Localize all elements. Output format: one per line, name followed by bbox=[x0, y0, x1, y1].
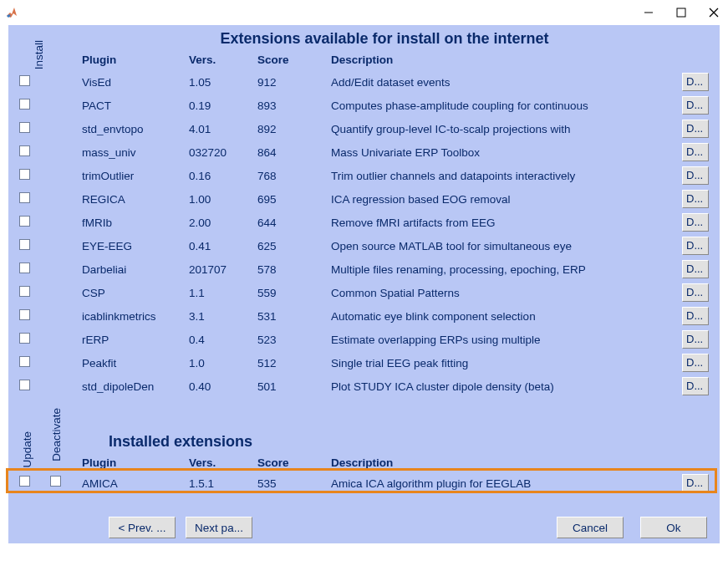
maximize-button[interactable] bbox=[675, 7, 687, 18]
details-button[interactable]: D... bbox=[682, 190, 709, 208]
ok-button[interactable]: Ok bbox=[640, 517, 707, 538]
install-checkbox[interactable] bbox=[19, 239, 30, 250]
install-checkbox[interactable] bbox=[19, 356, 30, 367]
prev-button[interactable]: < Prev. ... bbox=[109, 517, 176, 538]
plugin-score: 512 bbox=[257, 357, 331, 370]
plugin-desc: Open source MATLAB tool for simultaneous… bbox=[331, 240, 682, 252]
plugin-name: std_dipoleDen bbox=[82, 380, 189, 393]
plugin-name: fMRIb bbox=[82, 217, 189, 229]
plugin-score: 501 bbox=[257, 380, 331, 393]
available-row: CSP1.1559Common Spatial PatternsD... bbox=[82, 281, 717, 304]
details-button[interactable]: D... bbox=[682, 283, 709, 302]
available-row: fMRIb2.00644Remove fMRI artifacts from E… bbox=[82, 211, 717, 234]
plugin-score: 892 bbox=[257, 123, 331, 135]
plugin-name: VisEd bbox=[82, 76, 189, 89]
installed-title: Installed extensions bbox=[109, 433, 443, 451]
install-checkbox[interactable] bbox=[19, 286, 30, 297]
col2-vers: Vers. bbox=[189, 456, 257, 469]
svg-rect-1 bbox=[677, 8, 685, 17]
plugin-desc: Estimate overlapping ERPs using multiple bbox=[331, 334, 682, 346]
minimize-button[interactable] bbox=[643, 7, 654, 18]
plugin-name: EYE-EEG bbox=[82, 240, 189, 252]
plugin-vers: 1.05 bbox=[189, 76, 257, 89]
details-button[interactable]: D... bbox=[682, 73, 709, 91]
titlebar bbox=[0, 0, 728, 25]
install-checkbox[interactable] bbox=[19, 145, 30, 156]
plugin-score: 644 bbox=[257, 217, 331, 229]
plugin-desc: Computes phase-amplitude coupling for co… bbox=[331, 99, 682, 112]
plugin-desc: Common Spatial Patterns bbox=[331, 287, 682, 299]
plugin-vers: 0.40 bbox=[189, 380, 257, 393]
plugin-vers: 032720 bbox=[189, 146, 257, 159]
plugin-desc: Plot STUDY ICA cluster dipole density (b… bbox=[331, 380, 682, 393]
available-row: EYE-EEG0.41625Open source MATLAB tool fo… bbox=[82, 234, 717, 257]
plugin-score: 531 bbox=[257, 310, 331, 323]
highlight-installed-row bbox=[6, 468, 717, 493]
col2-plugin: Plugin bbox=[82, 456, 189, 469]
plugin-desc: Add/Edit dataset events bbox=[331, 76, 682, 89]
plugin-score: 559 bbox=[257, 287, 331, 299]
details-button[interactable]: D... bbox=[682, 120, 709, 138]
close-button[interactable] bbox=[708, 7, 720, 18]
install-checkbox[interactable] bbox=[19, 216, 30, 227]
cancel-button[interactable]: Cancel bbox=[557, 517, 624, 538]
install-checkbox[interactable] bbox=[19, 192, 30, 203]
plugin-name: Peakfit bbox=[82, 357, 189, 370]
plugin-name: mass_univ bbox=[82, 146, 189, 159]
details-button[interactable]: D... bbox=[682, 307, 709, 325]
available-row: mass_univ032720864Mass Univariate ERP To… bbox=[82, 140, 717, 164]
plugin-score: 768 bbox=[257, 170, 331, 182]
details-button[interactable]: D... bbox=[682, 166, 709, 185]
deactivate-label: Deactivate bbox=[50, 408, 63, 461]
details-button[interactable]: D... bbox=[682, 377, 709, 395]
col-score: Score bbox=[257, 54, 331, 66]
plugin-vers: 1.1 bbox=[189, 287, 257, 299]
available-row: std_dipoleDen0.40501Plot STUDY ICA clust… bbox=[82, 375, 717, 398]
plugin-desc: Mass Univariate ERP Toolbox bbox=[331, 146, 682, 159]
install-checkbox[interactable] bbox=[19, 380, 30, 390]
available-row: REGICA1.00695ICA regression based EOG re… bbox=[82, 187, 717, 211]
plugin-name: PACT bbox=[82, 99, 189, 112]
plugin-desc: Single trial EEG peak fitting bbox=[331, 357, 682, 370]
col-vers: Vers. bbox=[189, 54, 257, 66]
update-label: Update bbox=[21, 431, 33, 468]
plugin-desc: Trim outlier channels and datapoints int… bbox=[331, 170, 682, 182]
plugin-score: 695 bbox=[257, 193, 331, 206]
plugin-name: icablinkmetrics bbox=[82, 310, 189, 323]
install-checkbox[interactable] bbox=[19, 99, 30, 110]
plugin-vers: 4.01 bbox=[189, 123, 257, 135]
plugin-vers: 201707 bbox=[189, 263, 257, 276]
plugin-desc: Quantify group-level IC-to-scalp project… bbox=[331, 123, 682, 135]
available-row: Darbeliai201707578Multiple files renamin… bbox=[82, 257, 717, 281]
plugin-desc: ICA regression based EOG removal bbox=[331, 193, 682, 206]
next-button[interactable]: Next pa... bbox=[186, 517, 252, 538]
details-button[interactable]: D... bbox=[682, 330, 709, 349]
install-checkbox[interactable] bbox=[19, 309, 30, 320]
available-row: VisEd1.05912Add/Edit dataset eventsD... bbox=[82, 70, 717, 94]
available-row: rERP0.4523Estimate overlapping ERPs usin… bbox=[82, 328, 717, 351]
plugin-score: 864 bbox=[257, 146, 331, 159]
install-checkbox[interactable] bbox=[19, 169, 30, 180]
details-button[interactable]: D... bbox=[682, 354, 709, 372]
details-button[interactable]: D... bbox=[682, 213, 709, 232]
plugin-score: 912 bbox=[257, 76, 331, 89]
install-checkbox[interactable] bbox=[19, 263, 30, 273]
plugin-vers: 0.41 bbox=[189, 240, 257, 252]
details-button[interactable]: D... bbox=[682, 237, 709, 255]
install-checkbox[interactable] bbox=[19, 122, 30, 133]
plugin-name: rERP bbox=[82, 334, 189, 346]
details-button[interactable]: D... bbox=[682, 143, 709, 161]
install-checkbox[interactable] bbox=[19, 333, 30, 344]
available-title: Extensions available for install on the … bbox=[92, 30, 677, 48]
plugin-score: 893 bbox=[257, 99, 331, 112]
install-checkbox[interactable] bbox=[19, 75, 30, 86]
available-row: icablinkmetrics3.1531Automatic eye blink… bbox=[82, 304, 717, 328]
plugin-vers: 1.0 bbox=[189, 357, 257, 370]
details-button[interactable]: D... bbox=[682, 260, 709, 278]
plugin-name: trimOutlier bbox=[82, 170, 189, 182]
install-label: Install bbox=[33, 40, 45, 69]
col-desc: Description bbox=[331, 54, 682, 66]
plugin-desc: Remove fMRI artifacts from EEG bbox=[331, 217, 682, 229]
details-button[interactable]: D... bbox=[682, 96, 709, 115]
col-plugin: Plugin bbox=[82, 54, 189, 66]
